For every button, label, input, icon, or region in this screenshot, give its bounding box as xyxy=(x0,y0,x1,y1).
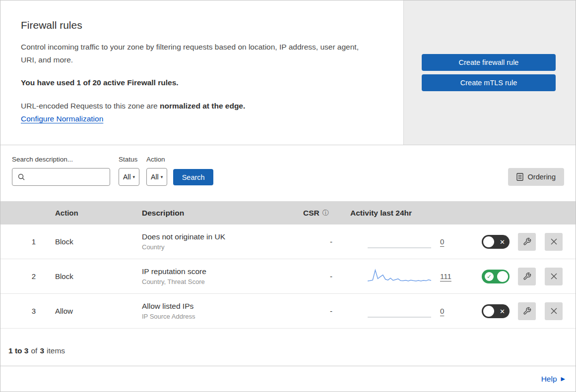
rule-enabled-toggle[interactable]: ✕ ✓ xyxy=(482,235,510,249)
action-label: Action xyxy=(146,156,167,164)
rule-description: IP reputation score xyxy=(142,267,293,276)
table-row: 2 Block IP reputation score Country, Thr… xyxy=(0,259,576,294)
search-button-group: Search xyxy=(173,145,213,185)
search-icon xyxy=(17,173,25,181)
pagination-of: of xyxy=(31,346,37,355)
delete-rule-button[interactable] xyxy=(545,302,563,320)
search-box xyxy=(12,168,110,186)
row-number: 1 xyxy=(0,237,45,246)
action-filter-dropdown[interactable]: All ▾ xyxy=(146,168,167,186)
row-number: 2 xyxy=(0,272,45,280)
rule-fields: IP Source Address xyxy=(142,313,293,320)
create-firewall-rule-button[interactable]: Create firewall rule xyxy=(422,54,556,71)
rule-fields: Country xyxy=(142,243,293,251)
activity-count-link[interactable]: 0 xyxy=(440,307,453,315)
pagination-summary: 1 to 3 of 3 items xyxy=(0,329,576,366)
page-title: Firewall rules xyxy=(21,19,384,31)
pagination-total: 3 xyxy=(40,346,44,355)
activity-sparkline xyxy=(368,233,431,250)
chevron-down-icon: ▾ xyxy=(161,174,163,179)
help-label: Help xyxy=(541,375,557,384)
pagination-range: 1 to 3 xyxy=(8,346,28,355)
toggle-x-icon: ✕ xyxy=(500,307,505,315)
header-csr-label: CSR xyxy=(303,209,320,218)
normalization-bold-text: normalized at the edge. xyxy=(160,102,245,110)
rule-fields: Country, Threat Score xyxy=(142,278,293,285)
activity-cell: 111 xyxy=(340,268,482,285)
activity-sparkline xyxy=(368,268,431,285)
usage-summary: You have used 1 of 20 active Firewall ru… xyxy=(21,78,384,87)
header-description: Description xyxy=(132,209,293,218)
rule-description-cell: Does not originate in UK Country xyxy=(132,232,293,251)
chevron-down-icon: ▾ xyxy=(133,174,135,179)
toggle-x-icon: ✕ xyxy=(500,238,505,245)
search-filter-group: Search description... xyxy=(12,145,110,186)
edit-rule-button[interactable] xyxy=(518,233,536,251)
activity-sparkline xyxy=(368,303,431,320)
activity-cell: 0 xyxy=(340,233,482,250)
close-icon xyxy=(550,273,558,280)
create-mtls-rule-button[interactable]: Create mTLS rule xyxy=(422,74,556,91)
activity-count-link[interactable]: 0 xyxy=(440,237,453,246)
toggle-knob xyxy=(483,236,494,247)
page-description: Control incoming traffic to your zone by… xyxy=(21,41,376,66)
ordering-button[interactable]: Ordering xyxy=(508,168,564,186)
info-icon[interactable]: ⓘ xyxy=(322,209,329,218)
rule-description-cell: Allow listed IPs IP Source Address xyxy=(132,302,293,320)
toggle-knob xyxy=(497,271,508,282)
table-header: Action Description CSR ⓘ Activity last 2… xyxy=(0,201,576,224)
status-label: Status xyxy=(119,156,139,164)
header-card: Firewall rules Control incoming traffic … xyxy=(0,0,576,145)
toggle-check-icon: ✓ xyxy=(485,272,494,281)
header-activity: Activity last 24hr xyxy=(340,209,482,218)
edit-rule-button[interactable] xyxy=(518,302,536,320)
search-button[interactable]: Search xyxy=(173,169,213,185)
rule-action: Allow xyxy=(45,307,132,315)
row-number: 3 xyxy=(0,307,45,315)
rule-action: Block xyxy=(45,272,132,280)
wrench-icon xyxy=(523,237,531,246)
rule-action: Block xyxy=(45,237,132,246)
configure-normalization-link[interactable]: Configure Normalization xyxy=(21,114,103,123)
help-arrow-icon: ▶ xyxy=(561,376,565,382)
ordering-label: Ordering xyxy=(528,173,556,181)
rule-csr-value: - xyxy=(293,272,340,280)
search-input[interactable] xyxy=(12,168,110,186)
ordering-list-icon xyxy=(516,173,523,181)
normalization-note: URL-encoded Requests to this zone are no… xyxy=(21,102,384,111)
rule-csr-value: - xyxy=(293,307,340,315)
status-filter-value: All xyxy=(123,173,131,181)
header-content: Firewall rules Control incoming traffic … xyxy=(0,0,403,145)
help-bar: Help ▶ xyxy=(0,366,576,392)
rule-description-cell: IP reputation score Country, Threat Scor… xyxy=(132,267,293,285)
close-icon xyxy=(550,238,558,245)
help-link[interactable]: Help ▶ xyxy=(541,375,565,384)
search-label: Search description... xyxy=(12,156,110,164)
header-csr: CSR ⓘ xyxy=(293,209,340,218)
header-action: Action xyxy=(45,209,132,217)
normalization-text: URL-encoded Requests to this zone are xyxy=(21,102,158,110)
firewall-rules-page: Firewall rules Control incoming traffic … xyxy=(0,0,576,392)
status-filter-dropdown[interactable]: All ▾ xyxy=(119,168,139,186)
delete-rule-button[interactable] xyxy=(545,233,563,251)
rule-description: Allow listed IPs xyxy=(142,302,293,311)
pagination-items-label: items xyxy=(47,346,65,355)
table-row: 1 Block Does not originate in UK Country… xyxy=(0,224,576,259)
rule-description: Does not originate in UK xyxy=(142,232,293,241)
wrench-icon xyxy=(523,272,531,280)
activity-cell: 0 xyxy=(340,303,482,320)
actions-panel: Create firewall rule Create mTLS rule xyxy=(403,0,576,145)
status-filter-group: Status All ▾ xyxy=(119,145,139,186)
edit-rule-button[interactable] xyxy=(518,268,536,285)
table-row: 3 Allow Allow listed IPs IP Source Addre… xyxy=(0,294,576,329)
action-filter-value: All xyxy=(151,173,159,181)
rule-enabled-toggle[interactable]: ✕ ✓ xyxy=(482,304,510,318)
activity-count-link[interactable]: 111 xyxy=(440,272,453,280)
toggle-knob xyxy=(483,306,494,317)
wrench-icon xyxy=(523,307,531,315)
rule-enabled-toggle[interactable]: ✕ ✓ xyxy=(482,270,510,283)
ordering-group: Ordering xyxy=(508,145,564,186)
delete-rule-button[interactable] xyxy=(545,268,563,285)
rule-csr-value: - xyxy=(293,237,340,246)
filter-bar: Search description... Status All ▾ Actio… xyxy=(0,145,576,201)
